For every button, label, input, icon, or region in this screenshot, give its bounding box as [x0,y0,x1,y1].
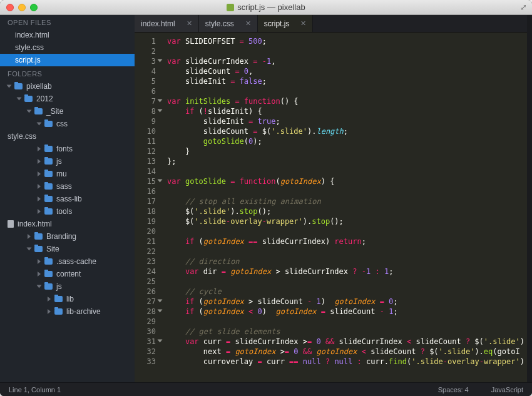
folder-row[interactable]: 2012 [0,93,135,105]
open-file-item[interactable]: style.css [0,41,135,54]
folder-label: Branding [46,232,76,241]
open-file-item[interactable]: index.html [0,29,135,41]
folder-row[interactable]: .sass-cache [0,255,135,268]
open-file-label: style.css [15,43,44,52]
editor: index.html✕ style.css✕ script.js✕ 123456… [135,15,527,382]
folder-row[interactable]: sass [0,180,135,193]
folder-icon [34,108,43,114]
folder-icon [44,258,53,265]
file-icon [8,220,14,228]
folder-label: content [56,270,81,278]
chevron-right-icon [38,272,41,277]
folder-row[interactable]: _Site [0,105,135,118]
tab-script-js[interactable]: script.js✕ [258,15,314,32]
zoom-icon[interactable]: ⤢ [520,3,527,12]
folder-row[interactable]: lib [0,293,135,305]
folder-row[interactable]: Branding [0,230,135,243]
window-title-text: script.js — pixellab [237,3,305,12]
folder-label: lib-archive [66,307,101,316]
tab-label: style.css [205,19,234,28]
folder-label: js [56,157,62,166]
folder-icon [44,183,53,190]
tab-style-css[interactable]: style.css✕ [199,15,258,32]
folder-row[interactable]: js [0,280,135,293]
folder-row[interactable]: mu [0,168,135,180]
chevron-right-icon [38,259,41,264]
status-spaces[interactable]: Spaces: 4 [438,386,469,393]
folder-icon [44,196,53,202]
folder-icon [34,233,43,240]
folder-row[interactable]: css [0,118,135,130]
code-content[interactable]: var SLIDEOFFSET = 500; var slideCurrInde… [160,33,527,382]
folder-label: mu [56,170,67,178]
chevron-right-icon [38,146,41,151]
chevron-right-icon [38,196,41,201]
close-icon[interactable]: ✕ [187,19,192,28]
file-row[interactable]: index.html [0,218,135,230]
chevron-right-icon [38,184,41,189]
folder-row[interactable]: tools [0,205,135,218]
chevron-right-icon [48,297,51,302]
chevron-right-icon [38,159,41,164]
open-file-label: script.js [15,56,41,64]
file-row[interactable]: style.css [0,130,135,143]
code-area[interactable]: 1234567891011121314151617181920212223242… [135,33,527,382]
tab-index-html[interactable]: index.html✕ [135,15,199,32]
folder-label: .sass-cache [56,257,96,266]
app-window: script.js — pixellab ⤢ OPEN FILES index.… [0,0,532,396]
status-cursor: Line 1, Column 1 [9,386,61,393]
body: OPEN FILES index.html style.css script.j… [0,15,532,382]
scrollbar[interactable] [527,15,532,382]
gutter: 1234567891011121314151617181920212223242… [135,33,160,382]
folder-icon [44,158,53,165]
folder-row[interactable]: lib-archive [0,305,135,318]
folder-label: sass-lib [56,195,82,203]
folder-row[interactable]: Site [0,243,135,255]
maximize-icon[interactable] [30,4,38,11]
folder-label: sass [56,182,72,191]
status-language[interactable]: JavaScript [491,386,523,393]
folder-label: Site [46,245,59,253]
sidebar: OPEN FILES index.html style.css script.j… [0,15,135,382]
chevron-down-icon [7,85,12,88]
folder-icon [24,96,33,102]
file-label: style.css [8,132,36,141]
folder-row[interactable]: content [0,268,135,280]
chevron-right-icon [38,209,41,214]
folder-row[interactable]: fonts [0,143,135,155]
folder-icon [44,121,53,127]
folder-icon [44,146,53,152]
folder-label: js [56,282,62,291]
folder-row[interactable]: sass-lib [0,193,135,205]
chevron-down-icon [37,285,42,288]
chevron-right-icon [48,309,51,314]
folder-icon [14,83,23,89]
folder-label: _Site [46,107,63,116]
tab-label: index.html [141,19,175,28]
close-icon[interactable]: ✕ [300,19,306,28]
chevron-right-icon [28,234,31,239]
folder-icon [44,271,53,277]
chevron-down-icon [37,123,42,126]
chevron-down-icon [17,98,22,101]
close-icon[interactable]: ✕ [245,19,251,28]
chevron-down-icon [27,248,32,251]
open-file-label: index.html [15,31,49,39]
folder-icon [34,246,43,252]
folder-row[interactable]: js [0,155,135,168]
chevron-right-icon [38,171,41,176]
folder-label: css [56,119,68,128]
titlebar: script.js — pixellab ⤢ [0,0,532,15]
minimize-icon[interactable] [18,4,26,11]
statusbar: Line 1, Column 1 Spaces: 4 JavaScript [0,382,532,396]
folder-label: fonts [56,145,73,153]
folder-icon [44,283,53,290]
traffic-lights [0,4,38,11]
folder-label: tools [56,207,72,216]
file-label: index.html [18,220,52,228]
folder-icon [44,171,53,177]
close-icon[interactable] [6,4,14,11]
tabs: index.html✕ style.css✕ script.js✕ [135,15,527,33]
folder-row[interactable]: pixellab [0,80,135,93]
open-file-item[interactable]: script.js [0,54,135,66]
